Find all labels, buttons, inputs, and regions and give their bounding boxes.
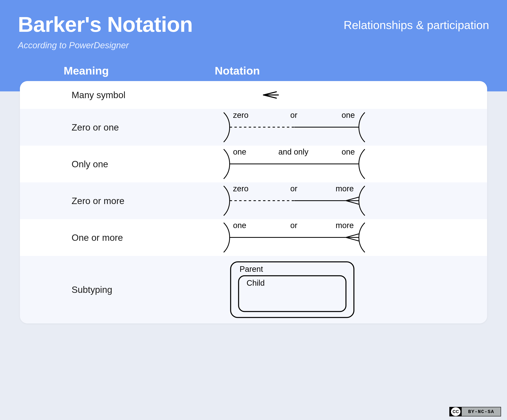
notation-one-or-more: one or more [219, 219, 487, 256]
many-symbol-icon [219, 81, 378, 109]
row-many-symbol: Many symbol [20, 81, 487, 109]
notation-zero-or-more: zero or more [219, 182, 487, 219]
row-subtyping: Subtyping Parent Child [20, 256, 487, 324]
license-text: BY-NC-SA [462, 407, 501, 416]
row-zero-or-more: Zero or more zero or more [20, 182, 487, 219]
license-badge: CC BY-NC-SA [449, 407, 501, 416]
subtyping-diagram: Parent Child [219, 256, 398, 324]
label-or: or [290, 111, 297, 119]
label-more: more [336, 221, 354, 230]
meaning-zero-or-more: Zero or more [71, 195, 219, 206]
page-subtitle: According to PowerDesigner [18, 40, 489, 50]
label-one: one [342, 111, 355, 119]
label-or: or [290, 184, 297, 193]
notation-only-one: one and only one [219, 146, 487, 182]
label-child: Child [246, 279, 265, 287]
meaning-zero-or-one: Zero or one [71, 122, 219, 133]
label-zero: zero [233, 111, 248, 119]
svg-line-14 [346, 237, 359, 241]
label-one-left: one [233, 147, 246, 156]
notation-table: Many symbol Zero or one zero [20, 81, 487, 324]
zero-or-more-diagram: zero or more [219, 182, 398, 219]
label-more: more [336, 184, 354, 193]
label-zero: zero [233, 184, 248, 193]
column-header-notation: Notation [215, 64, 260, 77]
svg-line-12 [346, 234, 359, 237]
only-one-diagram: one and only one [219, 146, 398, 182]
column-headers: Meaning Notation [18, 64, 489, 77]
section-label: Relationships & participation [344, 18, 489, 32]
column-header-meaning: Meaning [64, 64, 215, 77]
notation-zero-or-one: zero or one [219, 109, 487, 146]
svg-line-10 [346, 201, 359, 204]
meaning-one-or-more: One or more [71, 232, 219, 243]
label-or: or [290, 221, 297, 230]
row-one-or-more: One or more one or more [20, 219, 487, 256]
label-one: one [233, 221, 246, 230]
notation-many [219, 81, 487, 109]
header-banner: Barker's Notation According to PowerDesi… [0, 0, 507, 91]
label-parent: Parent [239, 265, 263, 273]
label-one-right: one [342, 147, 355, 156]
row-only-one: Only one one and only one [20, 146, 487, 182]
row-zero-or-one: Zero or one zero or one [20, 109, 487, 146]
meaning-only-one: Only one [71, 159, 219, 169]
svg-line-8 [346, 197, 359, 201]
meaning-subtyping: Subtyping [71, 284, 219, 295]
label-and-only: and only [278, 147, 308, 156]
zero-or-one-diagram: zero or one [219, 109, 398, 146]
cc-icon: CC [451, 407, 460, 416]
one-or-more-diagram: one or more [219, 219, 398, 256]
notation-subtyping: Parent Child [219, 256, 487, 324]
meaning-many: Many symbol [71, 90, 219, 100]
